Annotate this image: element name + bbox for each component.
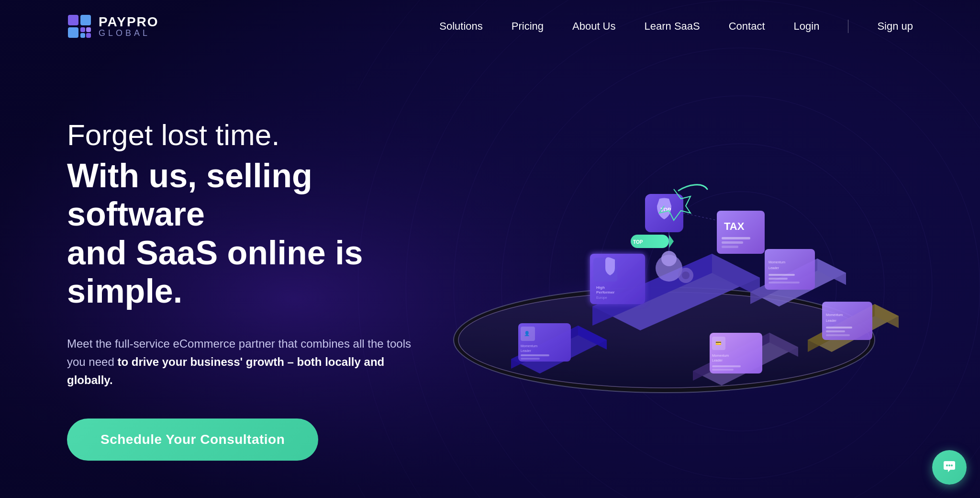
header: PAYPRO GLOBAL Solutions Pricing About Us… — [0, 0, 980, 53]
hero-section: Forget lost time. With us, selling softw… — [0, 53, 980, 498]
cta-button[interactable]: Schedule Your Consultation — [67, 419, 318, 461]
svg-text:TAX: TAX — [724, 220, 745, 232]
logo-text: PAYPRO GLOBAL — [99, 15, 159, 37]
svg-point-62 — [682, 272, 690, 279]
main-nav: Solutions Pricing About Us Learn SaaS Co… — [439, 20, 913, 33]
svg-rect-18 — [80, 33, 85, 38]
svg-rect-19 — [86, 33, 91, 38]
svg-rect-56 — [722, 237, 750, 239]
nav-login[interactable]: Login — [794, 20, 820, 33]
svg-text:Momentum: Momentum — [712, 354, 729, 357]
hero-visual: 👤 Momentum Leader 💳 Momentum Leader — [440, 81, 913, 498]
chat-icon — [941, 459, 958, 476]
svg-line-83 — [683, 213, 717, 220]
hero-tagline: Forget lost time. — [67, 119, 440, 151]
hero-illustration: 👤 Momentum Leader 💳 Momentum Leader — [425, 105, 903, 431]
hero-description: Meet the full-service eCommerce partner … — [67, 335, 412, 390]
nav-pricing[interactable]: Pricing — [512, 20, 544, 33]
logo[interactable]: PAYPRO GLOBAL — [67, 14, 159, 39]
svg-marker-53 — [669, 235, 674, 248]
svg-rect-80 — [826, 327, 852, 328]
svg-rect-57 — [722, 241, 743, 244]
svg-point-86 — [948, 464, 950, 466]
svg-point-87 — [951, 464, 953, 466]
svg-rect-73 — [768, 282, 800, 283]
hero-headline-line3: simple. — [67, 272, 182, 310]
svg-rect-58 — [722, 246, 738, 248]
logo-brand-name: PAYPRO — [99, 15, 159, 29]
svg-text:Leader: Leader — [712, 359, 723, 362]
svg-text:Performer: Performer — [596, 290, 614, 294]
svg-text:Leader: Leader — [826, 319, 836, 322]
nav-about[interactable]: About Us — [572, 20, 616, 33]
svg-text:Europe: Europe — [596, 296, 607, 300]
svg-rect-31 — [521, 354, 549, 356]
svg-rect-14 — [80, 15, 91, 25]
svg-rect-41 — [712, 365, 741, 367]
svg-rect-13 — [68, 15, 78, 25]
hero-headline: With us, selling software and SaaS onlin… — [67, 157, 440, 311]
svg-text:👤: 👤 — [524, 330, 530, 337]
hero-headline-line2: and SaaS online is — [67, 234, 363, 272]
svg-text:Momentum: Momentum — [768, 260, 785, 264]
nav-learn[interactable]: Learn SaaS — [645, 20, 700, 33]
svg-rect-16 — [80, 27, 85, 32]
svg-text:Leader: Leader — [768, 266, 779, 270]
hero-content: Forget lost time. With us, selling softw… — [67, 119, 440, 460]
svg-rect-81 — [826, 330, 845, 332]
svg-point-85 — [946, 464, 948, 466]
svg-text:Momentum: Momentum — [521, 344, 537, 348]
svg-text:💳: 💳 — [715, 340, 722, 346]
svg-rect-42 — [712, 369, 734, 371]
chat-button[interactable] — [932, 450, 967, 485]
svg-text:High: High — [596, 285, 605, 290]
svg-rect-71 — [768, 274, 795, 276]
svg-rect-32 — [521, 358, 540, 360]
nav-signup[interactable]: Sign up — [877, 20, 913, 33]
svg-text:Momentum: Momentum — [826, 313, 843, 317]
svg-rect-17 — [86, 27, 91, 32]
svg-rect-72 — [768, 278, 788, 280]
logo-brand-sub: GLOBAL — [99, 29, 159, 37]
nav-divider — [848, 20, 848, 33]
svg-text:TOP: TOP — [633, 239, 643, 245]
svg-rect-82 — [826, 334, 850, 336]
svg-rect-15 — [68, 27, 78, 38]
svg-text:Leader: Leader — [521, 349, 531, 352]
logo-icon — [67, 14, 92, 39]
hero-headline-line1: With us, selling software — [67, 157, 312, 233]
nav-contact[interactable]: Contact — [729, 20, 765, 33]
nav-solutions[interactable]: Solutions — [439, 20, 483, 33]
